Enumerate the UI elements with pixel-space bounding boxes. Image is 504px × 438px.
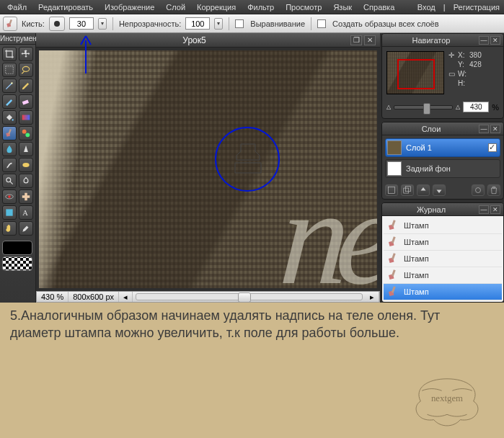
navigator-viewport[interactable] [397, 59, 435, 89]
layer-row[interactable]: Задний фон [385, 159, 500, 178]
zoom-value[interactable]: 430 [463, 102, 489, 112]
brush-preview[interactable] [49, 17, 65, 31]
login-link[interactable]: Вход [415, 3, 438, 12]
svg-text:nextgem: nextgem [431, 393, 463, 403]
menu-correction[interactable]: Коррекция [191, 1, 242, 14]
menu-file[interactable]: Файл [1, 1, 32, 14]
opacity-label: Непрозрачность: [119, 19, 181, 28]
menu-help[interactable]: Справка [358, 1, 400, 14]
svg-point-8 [22, 130, 26, 134]
y-label: Y: [458, 61, 467, 68]
svg-rect-24 [392, 253, 396, 259]
maximize-icon[interactable]: ❐ [350, 35, 362, 45]
document-window: Урок5 ❐ ✕ ne 430 % 800x600 px ◂ [36, 33, 380, 303]
layer-settings-icon[interactable] [472, 184, 485, 196]
type-tool-icon[interactable]: A [19, 205, 33, 220]
background-swatch[interactable] [2, 256, 32, 271]
opacity-dropdown-icon[interactable]: ▾ [214, 18, 223, 30]
opacity-input[interactable] [185, 17, 210, 30]
navigator-panel: Навигатор — ✕ ✛X:380 Y:428 ▭W: H: [381, 33, 504, 119]
redeye-tool-icon[interactable] [2, 189, 17, 204]
history-label: Штамп [404, 254, 429, 263]
foreground-swatch[interactable] [2, 241, 32, 255]
panel-collapse-icon[interactable]: — [479, 125, 489, 133]
lasso-tool-icon[interactable] [19, 63, 33, 77]
svg-rect-20 [406, 187, 411, 192]
sample-all-checkbox[interactable] [317, 19, 326, 28]
layer-move-down-icon[interactable] [433, 184, 446, 196]
heal-tool-icon[interactable] [19, 189, 33, 204]
layer-row[interactable]: Слой 1 [385, 138, 500, 157]
zoom-readout[interactable]: 430 % [37, 292, 68, 302]
blur-tool-icon[interactable] [2, 142, 17, 156]
separator: | [441, 3, 448, 12]
scroll-left-icon[interactable]: ◂ [119, 292, 133, 302]
smudge-tool-icon[interactable] [2, 158, 17, 172]
brush-label: Кисть: [22, 19, 45, 28]
align-checkbox[interactable] [235, 19, 244, 28]
wand-tool-icon[interactable] [2, 79, 17, 93]
brush-tool-icon[interactable] [2, 94, 17, 109]
crop-tool-icon[interactable] [2, 47, 17, 61]
pencil-tool-icon[interactable] [19, 79, 33, 93]
svg-rect-22 [392, 220, 396, 226]
zoom-in-icon[interactable]: △ [456, 104, 460, 110]
panel-close-icon[interactable]: ✕ [490, 205, 500, 214]
layer-move-up-icon[interactable] [417, 184, 430, 196]
duplicate-layer-icon[interactable] [401, 184, 414, 196]
brush-dropdown-icon[interactable]: ▾ [98, 18, 107, 30]
brush-size-input[interactable] [69, 17, 94, 30]
burn-tool-icon[interactable] [19, 174, 33, 188]
hand-tool-icon[interactable] [2, 221, 17, 236]
history-row[interactable]: Штамп [384, 234, 502, 251]
menu-edit[interactable]: Редактировать [32, 1, 99, 14]
new-layer-icon[interactable] [385, 184, 398, 196]
history-row[interactable]: Штамп [384, 251, 502, 267]
panel-collapse-icon[interactable]: — [479, 36, 489, 45]
stamp-icon [386, 285, 399, 298]
navigator-thumbnail[interactable] [386, 51, 444, 94]
delete-layer-icon[interactable] [487, 184, 500, 196]
svg-rect-19 [404, 188, 409, 193]
history-row[interactable]: Штамп [384, 267, 502, 284]
crosshair-icon: ✛ [448, 51, 455, 59]
canvas[interactable]: ne [39, 50, 377, 288]
zoom-slider[interactable] [394, 105, 453, 110]
layer-name: Слой 1 [406, 143, 432, 152]
status-bar: 430 % 800x600 px ◂ ▸ [36, 291, 380, 303]
zoom-out-icon[interactable]: △ [386, 104, 391, 110]
bucket-tool-icon[interactable] [2, 110, 17, 125]
horizontal-scrollbar[interactable] [136, 293, 363, 300]
sponge-tool-icon[interactable] [19, 158, 33, 172]
navigator-title: Навигатор [385, 36, 477, 45]
color-replace-tool-icon[interactable] [19, 126, 33, 140]
menu-language[interactable]: Язык [327, 1, 358, 14]
menu-layer[interactable]: Слой [160, 1, 191, 14]
dodge-tool-icon[interactable] [2, 174, 17, 188]
panel-close-icon[interactable]: ✕ [490, 125, 500, 133]
panel-close-icon[interactable]: ✕ [490, 36, 500, 45]
move-tool-icon[interactable] [19, 47, 33, 61]
history-row[interactable]: Штамп [384, 218, 502, 234]
toolbar: Кисть: ▾ Непрозрачность: ▾ Выравнивание … [0, 14, 504, 33]
history-row[interactable]: Штамп [384, 284, 502, 300]
close-icon[interactable]: ✕ [364, 35, 376, 45]
menu-filter[interactable]: Фильтр [242, 1, 280, 14]
gradient-tool-icon[interactable] [19, 110, 33, 125]
clone-stamp-tool-icon[interactable] [3, 17, 17, 31]
x-value: 380 [469, 51, 482, 59]
shape-tool-icon[interactable] [2, 205, 17, 220]
sharpen-tool-icon[interactable] [19, 142, 33, 156]
eyedropper-tool-icon[interactable] [19, 221, 33, 236]
panel-collapse-icon[interactable]: — [479, 205, 489, 214]
register-link[interactable]: Регистрация [451, 3, 503, 12]
menu-image[interactable]: Изображение [99, 1, 160, 14]
eraser-tool-icon[interactable] [19, 94, 33, 109]
scroll-right-icon[interactable]: ▸ [366, 292, 379, 302]
history-title: Журнал [385, 205, 477, 214]
menu-view[interactable]: Просмотр [280, 1, 327, 14]
marquee-tool-icon[interactable] [2, 63, 17, 77]
clone-stamp-tool-selected-icon[interactable] [2, 126, 17, 140]
toolbox-title: Инструмент [0, 33, 35, 45]
visibility-checkbox[interactable] [488, 143, 497, 152]
